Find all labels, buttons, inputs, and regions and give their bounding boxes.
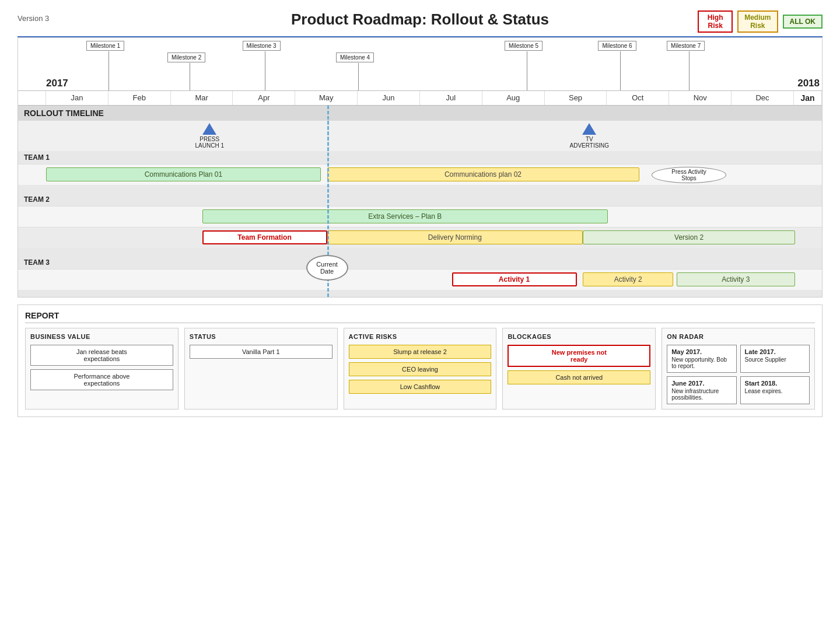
press-activity-oval: Press ActivityStops [652, 167, 726, 183]
milestone-callout: Milestone 3 [243, 41, 281, 51]
report-item: Low Cashflow [349, 380, 492, 394]
months-row: JanFebMarAprMayJunJulAugSepOctNovDecJan [18, 90, 822, 106]
on-radar-item: June 2017.New infrastructure possibiliti… [667, 376, 736, 404]
month-cell-apr: Apr [233, 91, 295, 105]
high-risk-badge: HighRisk [698, 10, 733, 33]
report-section: REPORT BUSINESS VALUEJan release beatsex… [18, 304, 822, 417]
rollout-timeline-header: ROLLOUT TIMELINE [18, 106, 822, 121]
month-cell-jan: Jan [46, 91, 108, 105]
month-cell-oct: Oct [607, 91, 669, 105]
milestone-callout: Milestone 7 [667, 41, 705, 51]
callout-line [265, 51, 265, 90]
timeline-section: Milestone 1Milestone 2Milestone 3Milesto… [18, 37, 822, 298]
month-cell-sep: Sep [545, 91, 607, 105]
report-item: Performance aboveexpectations [30, 369, 173, 390]
gantt-bar-version-2: Version 2 [583, 230, 795, 244]
year-2018-label: 2018 [797, 78, 820, 89]
team-label-team-2: TEAM 2 [18, 193, 822, 206]
launch-marker: PRESS LAUNCH 1 [195, 123, 224, 149]
launch-marker: TV ADVERTISING [570, 123, 610, 149]
gantt-bar-team-formation: Team Formation [202, 230, 327, 244]
on-radar-grid: May 2017.New opportunity. Bob to report.… [667, 345, 810, 404]
gantt-bar-communications-plan-02: Communications plan 02 [327, 167, 639, 181]
report-columns: BUSINESS VALUEJan release beatsexpectati… [25, 328, 815, 410]
current-date-oval: CurrentDate [306, 255, 348, 281]
callout-line [190, 63, 190, 90]
callout-line [527, 51, 527, 90]
month-cell-nov: Nov [669, 91, 732, 105]
milestone-callout: Milestone 6 [598, 41, 636, 51]
milestone-callout: Milestone 2 [167, 52, 205, 62]
gantt-row: Activity 1Activity 2Activity 3 [18, 269, 822, 290]
month-cell-jun: Jun [358, 91, 420, 105]
report-col-business-value: BUSINESS VALUEJan release beatsexpectati… [25, 328, 178, 410]
callout-line [108, 51, 109, 90]
gantt-bar-activity-3: Activity 3 [677, 272, 795, 286]
gantt-bar-communications-plan-01: Communications Plan 01 [46, 167, 321, 181]
triangle-marker [582, 123, 596, 135]
version-label: Version 3 [18, 14, 49, 23]
triangle-marker [202, 123, 216, 135]
page-header: Version 3 Product Roadmap: Rollout & Sta… [0, 0, 840, 36]
callout-line [620, 51, 621, 90]
milestone-callout: Milestone 4 [336, 52, 374, 62]
year-col-left [18, 91, 46, 105]
report-item: Cash not arrived [508, 370, 650, 384]
month-cell-aug: Aug [482, 91, 545, 105]
milestone-callout: Milestone 5 [505, 41, 542, 51]
month-cell-dec: Dec [732, 91, 794, 105]
page-title: Product Roadmap: Rollout & Status [291, 10, 549, 29]
gantt-bar-activity-2: Activity 2 [583, 272, 673, 286]
year-2017-label: 2017 [46, 78, 68, 89]
callout-line [358, 63, 359, 90]
gantt-bar-extra-services--plan-b: Extra Services – Plan B [202, 209, 608, 223]
report-col-title: ACTIVE RISKS [349, 333, 492, 340]
marker-label: TV ADVERTISING [570, 136, 610, 149]
marker-label: PRESS LAUNCH 1 [195, 136, 224, 149]
report-col-active-risks: ACTIVE RISKSSlump at release 2CEO leavin… [344, 328, 497, 410]
legend-area: HighRisk MediumRisk ALL OK [698, 10, 822, 33]
gantt-body: ROLLOUT TIMELINEPRESS LAUNCH 1TV ADVERTI… [18, 106, 822, 297]
team-label-team-3: TEAM 3 [18, 256, 822, 269]
month-cell-feb: Feb [108, 91, 171, 105]
gantt-bar-delivery-norming: Delivery Norming [327, 230, 583, 244]
report-item: Vanilla Part 1 [190, 345, 332, 359]
report-col-title: ON RADAR [667, 333, 810, 340]
team-label-team-1: TEAM 1 [18, 151, 822, 164]
all-ok-badge: ALL OK [783, 15, 822, 29]
report-header: REPORT [25, 311, 815, 323]
report-col-status: STATUSVanilla Part 1 [184, 328, 338, 410]
on-radar-item: Late 2017.Source Supplier [740, 345, 810, 373]
report-col-title: BLOCKAGES [508, 333, 650, 340]
on-radar-item: May 2017.New opportunity. Bob to report. [667, 345, 736, 373]
report-col-blockages: BLOCKAGESNew premises notreadyCash not a… [502, 328, 656, 410]
timeline-wrapper: Milestone 1Milestone 2Milestone 3Milesto… [18, 38, 822, 297]
medium-risk-badge: MediumRisk [737, 10, 778, 33]
milestones-row: Milestone 1Milestone 2Milestone 3Milesto… [18, 38, 822, 90]
report-item: New premises notready [508, 345, 650, 367]
milestone-callout: Milestone 1 [86, 41, 124, 51]
gantt-row: Communications Plan 01Communications pla… [18, 164, 822, 185]
report-col-on-radar: ON RADARMay 2017.New opportunity. Bob to… [662, 328, 815, 410]
gantt-bar-activity-1: Activity 1 [452, 272, 577, 286]
report-col-title: BUSINESS VALUE [30, 333, 173, 340]
month-cell-mar: Mar [171, 91, 233, 105]
report-item: Slump at release 2 [349, 345, 492, 359]
report-item: CEO leaving [349, 362, 492, 376]
gantt-row: Extra Services – Plan B [18, 206, 822, 227]
on-radar-item: Start 2018.Lease expires. [740, 376, 810, 404]
month-cell-may: May [295, 91, 358, 105]
report-col-title: STATUS [190, 333, 332, 340]
month-cell-jul: Jul [420, 91, 482, 105]
markers-row: PRESS LAUNCH 1TV ADVERTISING [18, 121, 822, 151]
gantt-row: Team FormationDelivery NormingVersion 2 [18, 227, 822, 248]
year-col-right: Jan [794, 91, 822, 105]
callout-line [689, 51, 690, 90]
report-item: Jan release beatsexpectations [30, 345, 173, 366]
